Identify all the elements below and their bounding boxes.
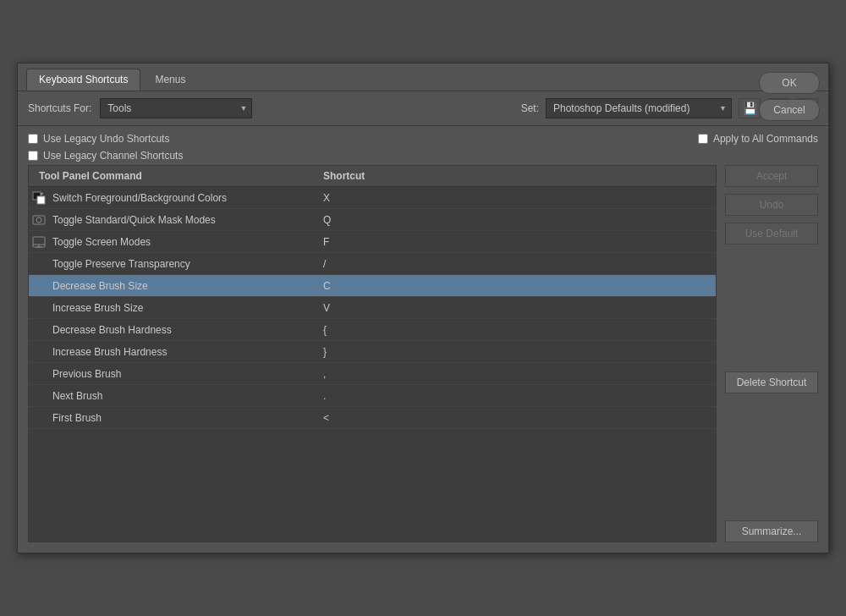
tab-bar: Keyboard Shortcuts Menus <box>18 63 828 91</box>
tab-keyboard-shortcuts[interactable]: Keyboard Shortcuts <box>26 69 140 91</box>
row-shortcut: . <box>316 390 716 402</box>
table-header: Tool Panel Command Shortcut <box>29 166 716 187</box>
col-header-shortcut: Shortcut <box>316 170 716 182</box>
row-name: Toggle Screen Modes <box>49 236 316 248</box>
save-set-button[interactable]: 💾 <box>739 98 761 118</box>
summarize-button[interactable]: Summarize... <box>725 520 818 542</box>
accept-button[interactable]: Accept <box>725 165 818 187</box>
keyboard-shortcuts-dialog: OK Cancel Keyboard Shortcuts Menus Short… <box>17 63 829 553</box>
shortcuts-for-dropdown[interactable]: Tools Application Menus Panel Menus Task… <box>100 98 252 118</box>
row-name: Decrease Brush Hardness <box>49 324 316 336</box>
legacy-undo-label: Use Legacy Undo Shortcuts <box>43 133 169 145</box>
col-header-command: Tool Panel Command <box>29 170 316 182</box>
apply-all-checkbox[interactable] <box>698 134 708 144</box>
ok-button[interactable]: OK <box>759 72 820 94</box>
row-shortcut: C <box>316 280 716 292</box>
row-shortcut: } <box>316 346 716 358</box>
table-row[interactable]: Increase Brush Hardness } <box>29 341 716 363</box>
row-shortcut: { <box>316 324 716 336</box>
row-name: Decrease Brush Size <box>49 280 316 292</box>
shortcuts-for-label: Shortcuts For: <box>28 102 91 114</box>
save-icon: 💾 <box>743 102 757 115</box>
dialog-action-buttons: OK Cancel <box>759 72 820 121</box>
table-row[interactable]: Decrease Brush Hardness { <box>29 319 716 341</box>
apply-all-text: Apply to All Commands <box>713 133 818 145</box>
row-icon-mask <box>29 213 49 227</box>
side-buttons-panel: Accept Undo Use Default Delete Shortcut … <box>717 165 818 542</box>
svg-rect-1 <box>37 196 45 204</box>
undo-button[interactable]: Undo <box>725 194 818 216</box>
table-row[interactable]: Next Brush . <box>29 385 716 407</box>
row-shortcut: < <box>316 412 716 424</box>
use-default-button[interactable]: Use Default <box>725 223 818 245</box>
table-row-selected[interactable]: Decrease Brush Size C <box>29 275 716 297</box>
row-name: Toggle Standard/Quick Mask Modes <box>49 214 316 226</box>
row-shortcut: Q <box>316 214 716 226</box>
row-shortcut: X <box>316 192 716 204</box>
set-label: Set: <box>521 102 539 114</box>
svg-point-3 <box>36 217 41 223</box>
apply-all-label[interactable]: Apply to All Commands <box>698 133 818 145</box>
legacy-channel-label: Use Legacy Channel Shortcuts <box>43 150 183 162</box>
row-icon-screen <box>29 235 49 249</box>
table-row[interactable]: First Brush < <box>29 407 716 429</box>
cancel-button[interactable]: Cancel <box>759 99 820 121</box>
shortcuts-table: Tool Panel Command Shortcut Switch Foreg… <box>28 165 717 542</box>
shortcuts-for-dropdown-wrap: Tools Application Menus Panel Menus Task… <box>100 98 252 118</box>
table-row[interactable]: Increase Brush Size V <box>29 297 716 319</box>
table-row[interactable]: Switch Foreground/Background Colors X <box>29 187 716 209</box>
row-shortcut: V <box>316 302 716 314</box>
legacy-undo-checkbox-label[interactable]: Use Legacy Undo Shortcuts <box>28 133 183 145</box>
set-dropdown[interactable]: Photoshop Defaults (modified) Photoshop … <box>546 98 732 118</box>
table-row[interactable]: Toggle Screen Modes F <box>29 231 716 253</box>
legacy-undo-checkbox[interactable] <box>28 134 38 144</box>
row-icon-switch <box>29 191 49 205</box>
tab-menus[interactable]: Menus <box>142 69 198 91</box>
table-row[interactable]: Toggle Preserve Transparency / <box>29 253 716 275</box>
row-shortcut: , <box>316 368 716 380</box>
top-controls-row: Shortcuts For: Tools Application Menus P… <box>18 91 828 126</box>
main-area: Tool Panel Command Shortcut Switch Foreg… <box>18 165 828 553</box>
apply-all-section: Apply to All Commands <box>698 133 818 145</box>
row-name: Previous Brush <box>49 368 316 380</box>
legacy-channel-checkbox[interactable] <box>28 151 38 161</box>
set-dropdown-wrap: Photoshop Defaults (modified) Photoshop … <box>546 98 732 118</box>
row-name: Switch Foreground/Background Colors <box>49 192 316 204</box>
row-name: Next Brush <box>49 390 316 402</box>
table-row[interactable]: Toggle Standard/Quick Mask Modes Q <box>29 209 716 231</box>
table-body: Switch Foreground/Background Colors X To… <box>29 187 716 542</box>
row-name: Increase Brush Hardness <box>49 346 316 358</box>
table-row[interactable]: Previous Brush , <box>29 363 716 385</box>
legacy-channel-checkbox-label[interactable]: Use Legacy Channel Shortcuts <box>28 150 183 162</box>
row-shortcut: F <box>316 236 716 248</box>
row-name: Toggle Preserve Transparency <box>49 258 316 270</box>
row-name: Increase Brush Size <box>49 302 316 314</box>
row-name: First Brush <box>49 412 316 424</box>
row-shortcut: / <box>316 258 716 270</box>
delete-shortcut-button[interactable]: Delete Shortcut <box>725 371 818 393</box>
